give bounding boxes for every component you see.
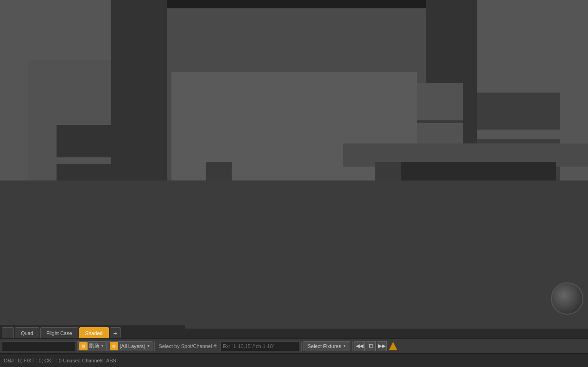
tab-shaded[interactable]: Shaded <box>79 327 109 338</box>
prev-icon-button[interactable]: ◀◀ <box>354 341 365 351</box>
status-bar: OBJ : 0; FIXT : 0; CKT : 0 Unused Channe… <box>0 353 588 367</box>
layer-dropdown-1[interactable]: ▤ 剧场 ▼ <box>77 341 107 351</box>
spot-channel-label: Select by Spot/Channel #: <box>157 343 219 349</box>
status-text: OBJ : 0; FIXT : 0; CKT : 0 Unused Channe… <box>4 358 116 363</box>
separator-3 <box>352 342 353 351</box>
separator-2 <box>301 342 302 351</box>
layer-dropdown-2[interactable]: ▤ (All Layers) ▼ <box>107 341 153 351</box>
navigation-globe[interactable] <box>551 282 583 315</box>
next-icon: ▶▶ <box>378 343 386 349</box>
3d-viewport[interactable] <box>0 0 588 329</box>
spot-channel-input[interactable] <box>221 341 299 351</box>
layer-icon-1: ▤ <box>79 342 88 350</box>
tab-flight-case[interactable]: Flight Case <box>40 327 78 338</box>
bottom-toolbar: ▤ 剧场 ▼ ▤ (All Layers) ▼ Select by Spot/C… <box>0 338 588 353</box>
tab-unnamed[interactable] <box>2 327 14 338</box>
prev-icon: ◀◀ <box>356 343 363 349</box>
layer-icon-2: ▤ <box>110 342 118 350</box>
tab-quad[interactable]: Quad <box>15 327 39 338</box>
tab-bar: Quad Flight Case Shaded + <box>0 325 185 338</box>
warning-icon <box>389 342 397 350</box>
tab-add-button[interactable]: + <box>110 327 121 338</box>
select-fixtures-button[interactable]: Select Fixtures ▼ <box>303 341 351 351</box>
toolbar-text-input[interactable] <box>2 341 76 351</box>
grid-icon: ⊞ <box>369 343 373 349</box>
separator-1 <box>154 342 155 351</box>
grid-icon-button[interactable]: ⊞ <box>366 341 376 351</box>
next-icon-button[interactable]: ▶▶ <box>377 341 387 351</box>
warning-icon-button[interactable] <box>388 341 398 351</box>
